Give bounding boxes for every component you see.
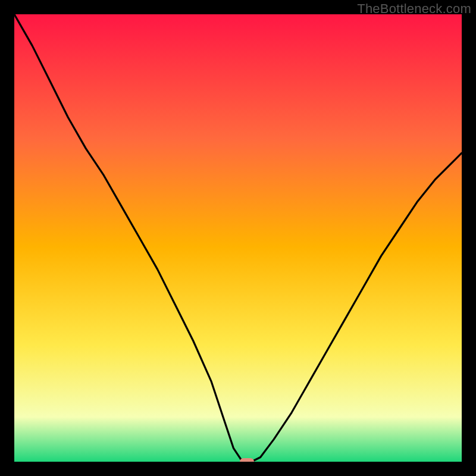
gradient-background [14,14,462,462]
chart-svg [14,14,462,462]
plot-area [14,14,462,462]
chart-frame: TheBottleneck.com [0,0,476,476]
watermark-text: TheBottleneck.com [357,1,471,17]
minimum-marker [240,458,254,462]
